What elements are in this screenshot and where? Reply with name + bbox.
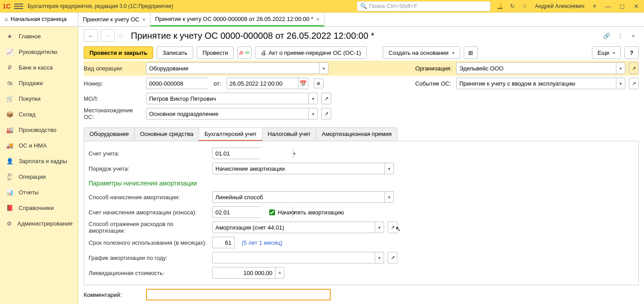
sidebar-item-operations[interactable]: ДтКтОперации [0, 169, 78, 185]
nav-forward-button[interactable]: → [101, 29, 115, 42]
salvage-label: Ликвидационная стоимость: [89, 270, 209, 276]
minimize-button[interactable]: — [603, 1, 613, 11]
salvage-input[interactable]: ≡ [212, 267, 284, 279]
link-icon[interactable]: 🔗 [601, 30, 612, 41]
order-input[interactable]: ▾ [212, 163, 394, 174]
sidebar-item-reports[interactable]: 📊Отчеты [0, 185, 78, 200]
expense-method-input[interactable]: ▾ [212, 222, 384, 233]
maximize-button[interactable]: ◻ [617, 1, 627, 11]
tab-equipment[interactable]: Оборудование [84, 127, 134, 141]
depr-account-label: Счет начисления амортизации (износа): [89, 209, 209, 216]
order-label: Порядок учета: [89, 165, 209, 172]
tab-tax[interactable]: Налоговый учет [262, 127, 316, 141]
open-icon[interactable]: ↗ [388, 252, 397, 263]
history-icon[interactable]: ↻ [508, 2, 516, 10]
org-label: Организация: [415, 65, 453, 72]
tab-document-2[interactable]: Принятие к учету ОС 0000-000008 от 26.05… [150, 12, 324, 26]
section-title: Параметры начисления амортизации [89, 180, 634, 187]
dropdown-icon[interactable]: ▾ [293, 148, 296, 159]
book-icon: 📕 [5, 205, 14, 211]
star-icon[interactable]: ☆ [521, 2, 529, 10]
dropdown-icon[interactable]: ▾ [308, 93, 317, 104]
sidebar-item-main[interactable]: ★Главное [0, 29, 78, 44]
dropdown-icon[interactable]: ▾ [385, 192, 393, 202]
tab-accounting[interactable]: Бухгалтерский учет [198, 127, 262, 141]
truck-icon: 🚚 [5, 142, 14, 149]
tab-fixed-assets[interactable]: Основные средства [134, 127, 199, 141]
from-label: от: [214, 80, 221, 87]
hamburger-icon[interactable] [14, 2, 23, 11]
mol-input[interactable]: ▾ [146, 93, 318, 104]
depr-account-input[interactable]: ▾ [212, 206, 261, 218]
sidebar-item-purchases[interactable]: 🛒Покупки [0, 91, 78, 107]
method-label: Способ начисления амортизации: [89, 194, 209, 201]
method-input[interactable]: ▾ [212, 191, 394, 203]
op-type-input[interactable]: ▾ [146, 62, 328, 74]
dropdown-icon[interactable]: ▾ [616, 63, 625, 74]
sidebar-item-production[interactable]: 🏭Производство [0, 122, 78, 138]
sidebar-item-admin[interactable]: ⚙Администрирование [0, 216, 78, 231]
print-button[interactable]: 🖨 Акт о приеме-передаче ОС (ОС-1) [255, 46, 367, 59]
date-input[interactable]: 📅 [227, 78, 308, 89]
save-button[interactable]: Записать [157, 46, 193, 59]
tab-bonus[interactable]: Амортизационная премия [316, 127, 397, 141]
structure-button[interactable]: ⊞ [464, 46, 478, 59]
help-button[interactable]: ? [624, 46, 639, 59]
op-type-label: Вид операции: [84, 65, 142, 72]
location-input[interactable]: ▾ [146, 108, 318, 119]
expense-method-label: Способ отражения расходов по амортизации… [89, 221, 209, 234]
comment-input[interactable] [146, 289, 331, 300]
more-button[interactable]: Еще [592, 46, 621, 59]
open-icon[interactable]: ↗ [629, 62, 639, 74]
close-tab-icon[interactable]: × [316, 16, 320, 23]
sidebar-item-sales[interactable]: 🛍Продажи [0, 75, 78, 91]
close-tab-icon[interactable]: × [142, 16, 146, 23]
favorite-icon[interactable]: ☆ [117, 31, 128, 41]
post-button[interactable]: Провести [197, 46, 234, 59]
close-panel-icon[interactable]: × [628, 30, 639, 41]
open-icon[interactable]: ↗ [321, 108, 331, 119]
sidebar-item-manager[interactable]: 📈Руководителю [0, 44, 78, 60]
username[interactable]: Андрей Алексеевич [535, 3, 584, 9]
tab-document-1[interactable]: Принятие к учету ОС × [78, 12, 150, 26]
sidebar-item-assets[interactable]: 🚚ОС и НМА [0, 138, 78, 153]
org-input[interactable]: ▾ [456, 62, 625, 74]
tab-home[interactable]: ⌂ Начальная страница [0, 12, 78, 26]
inner-tabs: Оборудование Основные средства Бухгалтер… [84, 127, 639, 141]
useful-life-input[interactable]: 61 [212, 237, 235, 248]
post-and-close-button[interactable]: Провести и закрыть [84, 46, 153, 59]
close-window-button[interactable]: ✕ [632, 1, 641, 11]
calendar-icon[interactable]: 📅 [298, 78, 308, 89]
dropdown-icon[interactable]: ▾ [616, 78, 625, 89]
search-icon: 🔍 [360, 3, 367, 9]
sidebar-item-salary[interactable]: 👤Зарплата и кадры [0, 153, 78, 169]
sidebar-item-references[interactable]: 📕Справочники [0, 200, 78, 216]
dropdown-icon[interactable]: ▾ [375, 252, 384, 263]
spinner-icon[interactable]: ≡ [275, 267, 284, 278]
nav-back-button[interactable]: ← [84, 29, 98, 42]
dtkt-button[interactable]: ДтКт [237, 46, 251, 59]
ruble-icon: ₽ [5, 64, 14, 71]
bell-icon[interactable]: 🔔 [496, 2, 504, 10]
app-logo: 1C [3, 3, 11, 10]
list-icon[interactable]: ≡ [314, 78, 324, 88]
open-icon[interactable]: ↗ [321, 93, 331, 104]
dropdown-icon[interactable]: ▾ [385, 163, 393, 174]
search-input[interactable]: 🔍 Поиск Ctrl+Shift+F [357, 1, 490, 11]
open-icon[interactable]: ↗ [629, 78, 639, 89]
sidebar-item-warehouse[interactable]: 📦Склад [0, 107, 78, 122]
dropdown-icon[interactable]: ▾ [319, 63, 328, 74]
more-icon[interactable]: ⋮ [615, 30, 625, 41]
create-based-button[interactable]: Создать на основании [383, 46, 460, 59]
calc-depr-checkbox[interactable] [269, 210, 275, 215]
number-input[interactable] [146, 78, 208, 89]
settings-icon[interactable]: ≡ [591, 2, 599, 10]
schedule-input[interactable]: ▾ [212, 252, 384, 263]
dropdown-icon[interactable]: ▾ [375, 222, 384, 233]
dropdown-icon[interactable]: ▾ [308, 108, 317, 119]
event-input[interactable]: ▾ [456, 78, 625, 89]
useful-life-label: Срок полезного использования (в месяцах)… [89, 239, 209, 246]
open-icon[interactable]: ↗ [388, 222, 397, 233]
account-input[interactable]: ▾ [212, 148, 261, 159]
sidebar-item-bank[interactable]: ₽Банк и касса [0, 60, 78, 75]
